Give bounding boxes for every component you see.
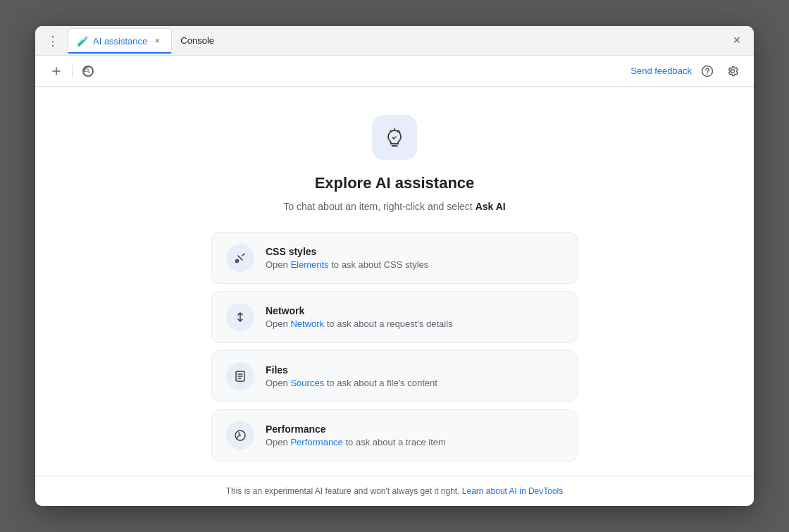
network-card-text: Network Open Network to ask about a requ… (266, 305, 453, 329)
tab-ai-assistance[interactable]: 🧪 AI assistance × (68, 28, 172, 54)
files-card-text: Files Open Sources to ask about a file's… (266, 364, 437, 388)
files-card-desc: Open Sources to ask about a file's conte… (266, 378, 437, 388)
css-card-title: CSS styles (266, 246, 428, 257)
history-button[interactable] (78, 61, 98, 81)
footer-link[interactable]: Learn about AI in DevTools (462, 486, 563, 496)
css-card-icon (226, 244, 254, 272)
footer-text: This is an experimental AI feature and w… (226, 486, 462, 496)
menu-dots[interactable] (44, 30, 62, 51)
feature-cards: CSS styles Open Elements to ask about CS… (211, 232, 578, 462)
performance-card-desc: Open Performance to ask about a trace it… (266, 437, 446, 447)
title-bar: 🧪 AI assistance × Console × (35, 26, 754, 56)
svg-point-1 (707, 73, 708, 75)
page-subtitle: To chat about an item, right-click and s… (283, 201, 505, 212)
performance-card-text: Performance Open Performance to ask abou… (266, 423, 446, 447)
tab-list: 🧪 AI assistance × Console (68, 28, 723, 54)
send-feedback-link[interactable]: Send feedback (630, 66, 692, 76)
settings-button[interactable] (723, 61, 743, 81)
css-card-desc: Open Elements to ask about CSS styles (266, 259, 428, 270)
ai-tab-icon: 🧪 (77, 35, 89, 47)
network-link[interactable]: Network (290, 318, 324, 329)
window-close-button[interactable]: × (728, 32, 745, 49)
subtitle-prefix: To chat about an item, right-click and s… (283, 201, 475, 212)
tab-console[interactable]: Console (172, 28, 223, 54)
new-tab-button[interactable] (46, 61, 66, 81)
main-content: Explore AI assistance To chat about an i… (35, 87, 754, 476)
css-card-text: CSS styles Open Elements to ask about CS… (266, 246, 428, 270)
feature-card-css: CSS styles Open Elements to ask about CS… (211, 232, 578, 284)
sources-link[interactable]: Sources (290, 378, 324, 388)
performance-card-title: Performance (266, 423, 446, 435)
network-card-desc: Open Network to ask about a request's de… (266, 318, 453, 329)
files-card-icon (226, 362, 254, 390)
toolbar-divider (72, 64, 73, 78)
network-card-title: Network (266, 305, 453, 316)
ai-tab-label: AI assistance (93, 36, 147, 47)
performance-link[interactable]: Performance (290, 437, 342, 447)
subtitle-bold: Ask AI (476, 201, 506, 212)
ai-tab-close[interactable]: × (151, 35, 163, 47)
ai-logo-icon (372, 115, 417, 160)
performance-card-icon (226, 421, 254, 450)
network-card-icon (226, 303, 254, 331)
help-button[interactable] (697, 61, 717, 81)
feature-card-network: Network Open Network to ask about a requ… (211, 291, 578, 343)
feature-card-files: Files Open Sources to ask about a file's… (211, 350, 578, 402)
toolbar: Send feedback (35, 56, 754, 87)
page-title: Explore AI assistance (315, 174, 475, 192)
elements-link[interactable]: Elements (290, 259, 328, 270)
feature-card-performance: Performance Open Performance to ask abou… (211, 409, 578, 462)
files-card-title: Files (266, 364, 437, 376)
devtools-window: 🧪 AI assistance × Console × (35, 26, 754, 506)
console-tab-label: Console (180, 35, 214, 46)
footer: This is an experimental AI feature and w… (35, 476, 754, 506)
